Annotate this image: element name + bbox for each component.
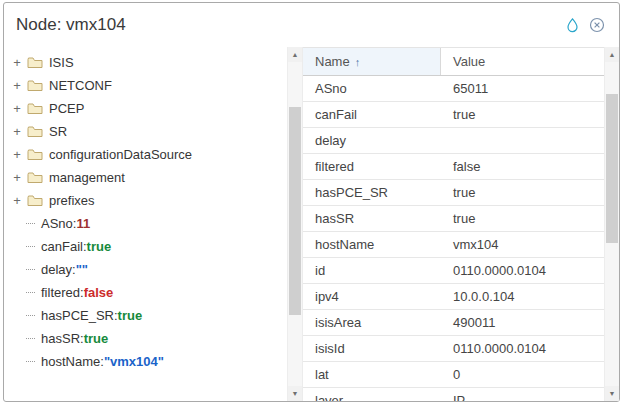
property-value-cell: vmx104 <box>441 237 604 252</box>
folder-icon <box>27 171 43 184</box>
tree-scroll-thumb[interactable] <box>289 107 301 314</box>
tree-leaf-value: 11 <box>76 216 90 231</box>
tree-leaf-name: filtered <box>41 285 80 300</box>
expand-plus-icon[interactable]: + <box>10 78 24 93</box>
property-value-cell: 10.0.0.104 <box>441 289 604 304</box>
tree-leaf-list: ASno : 11 canFail : true delay : "" <box>10 212 286 373</box>
expand-plus-icon[interactable]: + <box>10 193 24 208</box>
tree-folder-label: configurationDataSource <box>49 147 192 162</box>
scroll-up-button[interactable]: ▲ <box>605 47 619 62</box>
property-value-cell: 65011 <box>441 81 604 96</box>
expand-plus-icon[interactable]: + <box>10 55 24 70</box>
tree-folder[interactable]: + SR <box>10 120 286 143</box>
tree-connector <box>26 246 35 247</box>
tree-leaf-value: true <box>118 308 143 323</box>
tree-leaf-value: true <box>87 239 112 254</box>
tree-leaf-value: "" <box>76 262 88 277</box>
close-icon[interactable] <box>589 17 605 33</box>
tree-leaf-name: hasPCE_SR <box>41 308 114 323</box>
tree-scroll-track[interactable] <box>288 62 302 386</box>
table-row[interactable]: layer IP <box>303 388 604 401</box>
tree-leaf-value: false <box>84 285 114 300</box>
tree-leaf[interactable]: hostName : "vmx104" <box>10 350 286 373</box>
property-value-cell: 0110.0000.0104 <box>441 263 604 278</box>
property-name-cell: canFail <box>303 107 441 122</box>
property-name-cell: hostName <box>303 237 441 252</box>
table-row[interactable]: hasPCE_SR true <box>303 180 604 206</box>
tree-leaf-name: delay <box>41 262 72 277</box>
dialog-content: + ISIS + <box>4 47 619 401</box>
tree-leaf[interactable]: hasSR : true <box>10 327 286 350</box>
tree-scrollbar[interactable]: ▲ ▼ <box>287 47 302 401</box>
property-value-cell: 0 <box>441 367 604 382</box>
expand-plus-icon[interactable]: + <box>10 147 24 162</box>
tree-leaf[interactable]: delay : "" <box>10 258 286 281</box>
grid-scroll-thumb[interactable] <box>606 94 618 243</box>
up-arrow-icon: ▲ <box>292 51 299 58</box>
property-name-cell: lat <box>303 367 441 382</box>
table-row[interactable]: id 0110.0000.0104 <box>303 258 604 284</box>
expand-plus-icon[interactable]: + <box>10 101 24 116</box>
tree-leaf[interactable]: hasPCE_SR : true <box>10 304 286 327</box>
property-value-cell: 490011 <box>441 315 604 330</box>
property-value-cell: false <box>441 159 604 174</box>
table-row[interactable]: hostName vmx104 <box>303 232 604 258</box>
column-header-name[interactable]: Name ↑ <box>303 48 441 75</box>
property-name-cell: filtered <box>303 159 441 174</box>
table-row[interactable]: isisId 0110.0000.0104 <box>303 336 604 362</box>
tree-leaf-name: hostName <box>41 354 100 369</box>
scroll-down-button[interactable]: ▼ <box>605 386 619 401</box>
table-row[interactable]: isisArea 490011 <box>303 310 604 336</box>
property-value-cell: true <box>441 185 604 200</box>
tree-folder-label: ISIS <box>49 55 74 70</box>
table-row[interactable]: delay <box>303 128 604 154</box>
droplet-icon[interactable] <box>565 17 580 33</box>
property-value-cell: true <box>441 211 604 226</box>
scroll-up-button[interactable]: ▲ <box>288 47 302 62</box>
titlebar-icons <box>565 17 605 33</box>
up-arrow-icon: ▲ <box>609 51 616 58</box>
tree-connector <box>26 315 35 316</box>
down-arrow-icon: ▼ <box>292 390 299 397</box>
tree-folder[interactable]: + configurationDataSource <box>10 143 286 166</box>
table-row[interactable]: ASno 65011 <box>303 76 604 102</box>
grid-header: Name ↑ Value <box>303 47 604 76</box>
tree-leaf[interactable]: ASno : 11 <box>10 212 286 235</box>
property-value-cell: true <box>441 107 604 122</box>
down-arrow-icon: ▼ <box>609 390 616 397</box>
grid-scrollbar[interactable]: ▲ ▼ <box>604 47 619 401</box>
dialog-titlebar: Node: vmx104 <box>4 3 619 47</box>
tree-folder-list: + ISIS + <box>10 51 286 212</box>
scroll-down-button[interactable]: ▼ <box>288 386 302 401</box>
table-row[interactable]: ipv4 10.0.0.104 <box>303 284 604 310</box>
folder-icon <box>27 102 43 115</box>
folder-icon <box>27 56 43 69</box>
tree-folder-label: SR <box>49 124 67 139</box>
tree-folder-label: management <box>49 170 125 185</box>
column-header-value[interactable]: Value <box>441 48 604 75</box>
expand-plus-icon[interactable]: + <box>10 124 24 139</box>
tree-leaf[interactable]: canFail : true <box>10 235 286 258</box>
folder-icon <box>27 194 43 207</box>
table-row[interactable]: hasSR true <box>303 206 604 232</box>
tree-pane: + ISIS + <box>4 47 302 401</box>
property-name-cell: isisId <box>303 341 441 356</box>
node-dialog: Node: vmx104 + <box>3 2 620 402</box>
table-row[interactable]: lat 0 <box>303 362 604 388</box>
tree-folder[interactable]: + PCEP <box>10 97 286 120</box>
tree-leaf-name: hasSR <box>41 331 80 346</box>
tree-connector <box>26 223 35 224</box>
tree-connector <box>26 269 35 270</box>
table-row[interactable]: canFail true <box>303 102 604 128</box>
tree-folder[interactable]: + prefixes <box>10 189 286 212</box>
tree-folder-label: prefixes <box>49 193 95 208</box>
tree-folder[interactable]: + management <box>10 166 286 189</box>
tree-folder[interactable]: + ISIS <box>10 51 286 74</box>
expand-plus-icon[interactable]: + <box>10 170 24 185</box>
tree-folder[interactable]: + NETCONF <box>10 74 286 97</box>
property-name-cell: hasSR <box>303 211 441 226</box>
folder-icon <box>27 125 43 138</box>
grid-scroll-track[interactable] <box>605 62 619 386</box>
tree-leaf[interactable]: filtered : false <box>10 281 286 304</box>
table-row[interactable]: filtered false <box>303 154 604 180</box>
